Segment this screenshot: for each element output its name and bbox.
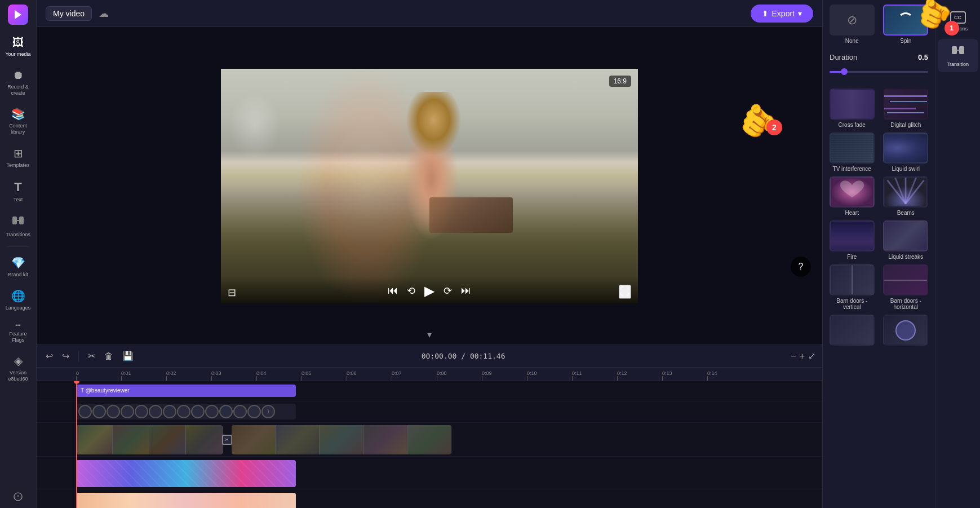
redo-button[interactable]: ↪ xyxy=(60,348,72,364)
transition-heart[interactable]: Heart xyxy=(827,176,877,216)
track-pink xyxy=(37,491,822,508)
video-frame: 16:9 ⊟ ⏮ ⟲ ▶ ⟳ ⏭ ⛶ xyxy=(221,69,638,303)
ruler-mark-10: 0:10 xyxy=(527,370,572,381)
sidebar-item-text[interactable]: T Text xyxy=(2,175,34,207)
transition-grid: Cross fade Digital glitch TV interferenc… xyxy=(823,84,935,352)
sidebar-item-version[interactable]: ◈ Versione8bed60 xyxy=(2,350,34,387)
video-clip-2[interactable] xyxy=(232,425,451,454)
transition-barn-doors-vertical[interactable]: Barn doors -vertical xyxy=(827,264,877,310)
project-title[interactable]: My video xyxy=(46,6,92,21)
transitions-icon xyxy=(12,214,24,229)
timeline-tracks[interactable]: T @beautyreviewer xyxy=(37,381,822,508)
duration-slider[interactable] xyxy=(830,66,928,77)
left-sidebar: 🖼 Your media ⏺ Record &create 📚 Content … xyxy=(0,0,37,508)
svg-marker-0 xyxy=(15,10,21,19)
skip-to-end-button[interactable]: ⏭ xyxy=(461,285,471,297)
track-video-content[interactable]: ✂ xyxy=(76,423,822,457)
transition-bottom-2[interactable] xyxy=(881,315,931,348)
duration-thumb[interactable] xyxy=(841,68,848,75)
emoji-strip[interactable]: ) xyxy=(76,404,296,419)
emoji-circle xyxy=(149,405,162,418)
play-button[interactable]: ▶ xyxy=(424,283,434,299)
emoji-circle xyxy=(247,405,261,418)
ruler-mark-7: 0:07 xyxy=(392,370,437,381)
beams-preview xyxy=(883,176,928,207)
pink-clip[interactable] xyxy=(76,493,296,509)
save-button[interactable]: 💾 xyxy=(120,348,136,364)
text-icon: T xyxy=(14,180,21,195)
transition-marker[interactable]: ✂ xyxy=(221,425,233,454)
emoji-circle-end: ) xyxy=(261,405,275,418)
transition-bottom-1[interactable] xyxy=(827,315,877,348)
video-controls: ⊟ ⏮ ⟲ ▶ ⟳ ⏭ ⛶ xyxy=(221,276,638,303)
sidebar-item-templates[interactable]: ⊞ Templates xyxy=(2,142,34,173)
track-emoji-content: ) xyxy=(76,401,822,423)
collapse-video-chevron[interactable]: ▾ xyxy=(427,329,432,340)
app-logo[interactable] xyxy=(8,5,28,25)
expand-timeline-button[interactable]: ⤢ xyxy=(808,351,815,361)
sidebar-item-content-library[interactable]: 📚 Content library xyxy=(2,103,34,140)
ruler-mark-11: 0:11 xyxy=(572,370,617,381)
export-button[interactable]: ⬆ Export ▾ xyxy=(751,5,813,23)
transition-liquid-streaks[interactable]: Liquid streaks xyxy=(881,220,931,260)
ruler-mark-4: 0:04 xyxy=(256,370,301,381)
top-bar: My video ☁ ⬆ Export ▾ xyxy=(37,0,822,27)
transition-liquid-swirl[interactable]: Liquid swirl xyxy=(881,132,931,172)
record-create-icon: ⏺ xyxy=(12,69,24,82)
fast-forward-button[interactable]: ⟳ xyxy=(444,285,452,297)
sidebar-item-record-create[interactable]: ⏺ Record &create xyxy=(2,64,34,101)
sidebar-label-templates: Templates xyxy=(6,162,29,169)
zoom-in-button[interactable]: + xyxy=(800,351,805,361)
fullscreen-button[interactable]: ⛶ xyxy=(619,285,631,299)
transition-beams[interactable]: Beams xyxy=(881,176,931,216)
undo-button[interactable]: ↩ xyxy=(43,348,55,364)
transition-none[interactable]: ⊘ None xyxy=(827,5,877,44)
bottom1-preview xyxy=(830,315,875,346)
svg-rect-2 xyxy=(19,217,24,224)
transition-digital-glitch[interactable]: Digital glitch xyxy=(881,89,931,128)
delete-button[interactable]: 🗑 xyxy=(102,349,116,364)
sidebar-item-your-media[interactable]: 🖼 Your media xyxy=(2,32,34,62)
gradient-clip[interactable] xyxy=(76,460,296,487)
sidebar-item-feature-flags[interactable]: ••• FeatureFlags xyxy=(2,318,34,347)
rewind-button[interactable]: ⟲ xyxy=(407,285,415,297)
fire-preview xyxy=(830,220,875,251)
languages-icon: 🌐 xyxy=(11,289,25,303)
transition-fire[interactable]: Fire xyxy=(827,220,877,260)
brand-kit-icon: 💎 xyxy=(11,256,25,270)
sidebar-item-transitions[interactable]: Transitions xyxy=(2,210,34,242)
sidebar-item-languages[interactable]: 🌐 Languages xyxy=(2,285,34,316)
text-clip[interactable]: T @beautyreviewer xyxy=(76,385,296,397)
version-icon: ◈ xyxy=(14,354,23,368)
transition-cross-fade[interactable]: Cross fade xyxy=(827,89,877,128)
zoom-out-button[interactable]: − xyxy=(791,351,796,361)
transition-spin[interactable]: Spin xyxy=(881,5,931,44)
sidebar-label-languages: Languages xyxy=(6,305,31,311)
subtitle-icon[interactable]: ⊟ xyxy=(228,286,236,299)
far-right-transition[interactable]: Transition xyxy=(938,39,978,72)
ruler-mark-6: 0:06 xyxy=(347,370,392,381)
cut-button[interactable]: ✂ xyxy=(86,348,97,364)
cloud-icon[interactable]: ☁ xyxy=(99,7,109,20)
track-text: T @beautyreviewer xyxy=(37,381,822,401)
track-pink-content[interactable] xyxy=(76,491,822,509)
barn-doors-h-label: Barn doors -horizontal xyxy=(890,298,921,310)
playhead[interactable] xyxy=(76,381,77,508)
liquid-streaks-preview xyxy=(883,220,928,251)
sidebar-item-brand-kit[interactable]: 💎 Brand kit xyxy=(2,251,34,282)
track-text-label xyxy=(37,389,76,394)
video-clip-1[interactable] xyxy=(76,425,223,454)
transition-far-icon xyxy=(951,43,965,59)
sidebar-label-your-media: Your media xyxy=(5,51,30,58)
sidebar-divider xyxy=(7,246,29,247)
text-clip-label: T @beautyreviewer xyxy=(81,387,130,394)
transition-tv-interference[interactable]: TV interference xyxy=(827,132,877,172)
aspect-ratio-badge[interactable]: 16:9 xyxy=(609,76,631,87)
emoji-circle xyxy=(92,405,106,418)
transition-barn-doors-horizontal[interactable]: Barn doors -horizontal xyxy=(881,264,931,310)
track-gradient-content[interactable] xyxy=(76,458,822,489)
help-button[interactable]: ? xyxy=(791,257,811,277)
video-background xyxy=(221,69,638,303)
sidebar-label-feature-flags: FeatureFlags xyxy=(9,331,26,343)
skip-to-start-button[interactable]: ⏮ xyxy=(388,285,398,297)
